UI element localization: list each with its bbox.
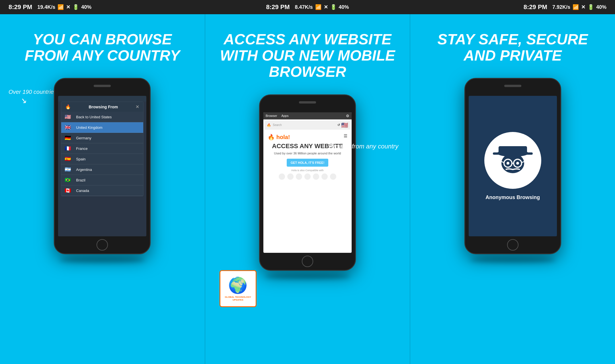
country-item-5[interactable]: 🇦🇷Argentina [61, 164, 143, 175]
country-name-1: United Kingdom [76, 125, 102, 130]
chrome-icon [279, 173, 285, 180]
phone-screen-1: 🔥 Browsing From ✕ 🇺🇸Back to United State… [58, 96, 146, 236]
flag-3: 🇫🇷 [65, 146, 73, 151]
panel1-title: YOU CAN BROWSE FROM ANY COUNTRY [0, 31, 205, 64]
phone-speaker-2 [299, 101, 316, 104]
country-list: 🇺🇸Back to United States🇬🇧United Kingdom🇩… [61, 112, 143, 196]
country-name-3: France [76, 146, 87, 151]
panel3-title: STAY SAFE, SECURE AND PRIVATE [410, 31, 615, 64]
country-item-4[interactable]: 🇪🇸Spain [61, 154, 143, 164]
flag-4: 🇪🇸 [65, 156, 73, 162]
phone-screen-3: Anonymous Browsing [469, 96, 557, 236]
flag-5: 🇦🇷 [65, 167, 73, 172]
country-item-2[interactable]: 🇩🇪Germany [61, 133, 143, 143]
us-flag-icon[interactable]: 🇺🇸 [341, 122, 348, 129]
flag-7: 🇨🇦 [65, 188, 73, 193]
status-left: 8:29 PM 19.4K/s 📶 ✕ 🔋 40% [9, 3, 91, 11]
country-item-3[interactable]: 🇫🇷France [61, 143, 143, 154]
phone-mockup-2: Browser Apps ⚙ 🔥 Search ↺ 🇺🇸 🔥 hola! ☰ [259, 94, 356, 271]
country-item-6[interactable]: 🇧🇷Brazil [61, 175, 143, 185]
icons-left: 19.4K/s 📶 ✕ 🔋 40% [37, 4, 91, 10]
globe-icon: 🌍 [228, 276, 248, 295]
get-hola-button[interactable]: GET HOLA, IT'S FREE! [287, 159, 329, 167]
phone-mockup-3: Anonymous Browsing [464, 78, 561, 254]
country-name-2: Germany [76, 136, 91, 140]
browser-tabs: Browser Apps [266, 114, 288, 117]
gtu-text: GLOBAL TECHNOLOGY UPDATES [220, 296, 256, 301]
settings-icon[interactable]: ⚙ [346, 114, 349, 118]
svg-point-10 [516, 162, 519, 165]
phone-shadow-3 [470, 257, 555, 263]
firefox-icon [287, 173, 294, 180]
time-right: 8:29 PM [524, 3, 547, 11]
status-right: 8:29 PM 7.92K/s 📶 ✕ 🔋 40% [524, 3, 606, 11]
panel2-title: ACCESS ANY WEBSITE WITH OUR NEW MOBILE B… [205, 31, 410, 80]
country-name-4: Spain [76, 157, 85, 161]
time-center: 8:29 PM [266, 3, 290, 11]
status-bar: 8:29 PM 19.4K/s 📶 ✕ 🔋 40% 8:29 PM 8.47K/… [0, 0, 615, 14]
country-item-0[interactable]: 🇺🇸Back to United States [61, 112, 143, 122]
tab-apps[interactable]: Apps [281, 114, 288, 117]
flag-0: 🇺🇸 [65, 114, 73, 119]
phone-home-btn-1[interactable] [97, 239, 108, 251]
phone-speaker-3 [504, 85, 521, 87]
phone-bottom-bar-2 [260, 253, 355, 270]
country-name-5: Argentina [76, 167, 92, 172]
tab-browser[interactable]: Browser [266, 114, 277, 117]
phone-screen-2: Browser Apps ⚙ 🔥 Search ↺ 🇺🇸 🔥 hola! ☰ [263, 112, 352, 253]
phone-top-bar-2 [260, 95, 355, 109]
anon-text: Anonymous Browsing [485, 195, 540, 200]
opera-icon [296, 173, 302, 180]
flag-2: 🇩🇪 [65, 135, 73, 140]
anon-circle [484, 132, 541, 189]
phone-bottom-bar-3 [465, 236, 560, 253]
windows-icon [321, 173, 328, 180]
country-item-1[interactable]: 🇬🇧United Kingdom [61, 122, 143, 133]
flag-6: 🇧🇷 [65, 177, 73, 183]
phone-top-bar-1 [55, 79, 150, 93]
phone-home-btn-2[interactable] [302, 256, 313, 267]
panel-3: STAY SAFE, SECURE AND PRIVATE [410, 14, 615, 364]
ipad-icon [313, 173, 319, 180]
panel-2: ACCESS ANY WEBSITE WITH OUR NEW MOBILE B… [205, 14, 410, 364]
icons-center: 8.47K/s 📶 ✕ 🔋 40% [295, 4, 349, 10]
compat-text: Hola is also Compatible with [268, 169, 347, 172]
gtu-logo: 🌍 GLOBAL TECHNOLOGY UPDATES [220, 270, 257, 307]
country-name-7: Canada [76, 189, 89, 193]
hola-sub-text: Used by over 36 Million people around th… [268, 151, 347, 155]
time-left: 8:29 PM [9, 3, 32, 11]
country-name-6: Brazil [76, 178, 85, 182]
phone-shadow-1 [60, 257, 145, 263]
browser-url-bar: 🔥 Search ↺ 🇺🇸 [265, 121, 350, 130]
phone-mockup-1: 🔥 Browsing From ✕ 🇺🇸Back to United State… [54, 78, 151, 254]
compat-icons [268, 173, 347, 180]
phone-speaker-1 [94, 85, 111, 87]
main-content: YOU CAN BROWSE FROM ANY COUNTRY Over 190… [0, 14, 615, 364]
phone-shadow-2 [265, 274, 350, 279]
flag-1: 🇬🇧 [65, 125, 73, 130]
phone-bottom-bar-1 [55, 236, 150, 253]
url-input[interactable]: Search [273, 123, 337, 127]
android-icon [304, 173, 311, 180]
spy-svg [490, 138, 536, 183]
browser-top: Browser Apps ⚙ [263, 112, 352, 119]
country-item-7[interactable]: 🇨🇦Canada [61, 185, 143, 196]
close-button[interactable]: ✕ [136, 104, 139, 109]
browsing-from-header: 🔥 Browsing From ✕ [61, 102, 143, 112]
svg-point-9 [507, 162, 509, 165]
phone-top-bar-3 [465, 79, 560, 93]
browsing-from-title: Browsing From [89, 105, 118, 109]
status-center: 8:29 PM 8.47K/s 📶 ✕ 🔋 40% [266, 3, 349, 11]
apple-icon [330, 173, 336, 180]
panel2-annotation: ← Browse from any country [329, 134, 398, 150]
icons-right: 7.92K/s 📶 ✕ 🔋 40% [552, 4, 606, 10]
country-name-0: Back to United States [76, 115, 112, 119]
panel-1: YOU CAN BROWSE FROM ANY COUNTRY Over 190… [0, 14, 205, 364]
phone-home-btn-3[interactable] [507, 239, 518, 251]
